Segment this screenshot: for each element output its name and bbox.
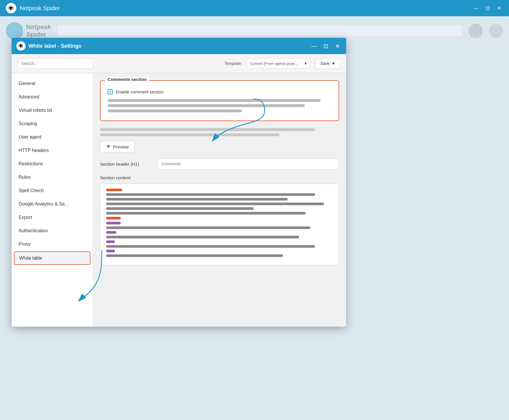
content-preview-lines [108, 99, 332, 112]
sidebar-item-google-analytics[interactable]: Google Analytics & Se... [12, 197, 93, 211]
bg-app-title: Netpeak Spider [20, 5, 60, 12]
modal-app-icon: 🕷 [16, 41, 26, 51]
text-editor[interactable] [100, 184, 339, 265]
modal-window-controls[interactable]: — ⊡ ✕ [310, 42, 341, 50]
editor-line-7 [106, 217, 121, 219]
sidebar-item-proxy[interactable]: Proxy [12, 238, 93, 251]
editor-line-4 [106, 203, 324, 205]
sidebar-item-scraping[interactable]: Scraping [12, 117, 93, 130]
save-label: Save [320, 61, 330, 66]
section-content-label: Section content: [100, 175, 339, 180]
editor-line-10 [106, 231, 116, 234]
editor-line-13 [106, 245, 315, 248]
bg-minimize-btn: — [472, 4, 480, 12]
section-header-input[interactable] [157, 158, 339, 169]
modal-minimize-btn[interactable]: — [310, 42, 318, 50]
editor-line-5 [106, 207, 254, 210]
template-dropdown[interactable]: Current (From opend proje... ▼ [247, 58, 311, 69]
sidebar-item-spell-check[interactable]: Spell Chech [12, 184, 93, 197]
sidebar-item-restrictions[interactable]: Restrictions [12, 157, 93, 171]
sidebar-item-virtual-robots[interactable]: Virtual robots.txt [12, 104, 93, 117]
sidebar-item-white-label-text: White lable [19, 256, 42, 260]
template-label: Template: [225, 61, 242, 66]
bg-maximize-btn: ⊡ [483, 4, 492, 12]
comments-section-box: Comments section Enable comment section [100, 80, 339, 121]
sidebar-item-http-headers[interactable]: HTTP headers [12, 144, 93, 157]
template-chevron-icon: ▼ [304, 61, 307, 66]
content-lines-area [100, 128, 339, 136]
bg-close-btn: ✕ [495, 4, 503, 12]
settings-modal: 🕷 White label - Settings — ⊡ ✕ Template:… [12, 38, 346, 327]
sidebar-item-authentication[interactable]: Authentication [12, 224, 93, 238]
editor-line-1 [106, 189, 122, 191]
modal-titlebar: 🕷 White label - Settings — ⊡ ✕ [12, 38, 346, 54]
section-header-label: Section header (H1) [100, 162, 152, 166]
editor-line-8 [106, 222, 121, 224]
section-header-row: Section header (H1) [100, 158, 339, 169]
enable-comment-section-row: Enable comment section [108, 89, 332, 94]
bg-app-icon: 🕷 [6, 3, 16, 13]
modal-maximize-btn[interactable]: ⊡ [322, 42, 330, 50]
sidebar-item-rules[interactable]: Rules [12, 171, 93, 184]
editor-line-15 [106, 254, 283, 257]
modal-toolbar: Template: Current (From opend proje... ▼… [12, 54, 346, 73]
editor-line-14 [106, 250, 115, 252]
bg-titlebar-controls: — ⊡ ✕ [472, 4, 503, 12]
comments-section-title: Comments section [105, 77, 149, 82]
enable-comment-label: Enable comment section [116, 89, 163, 94]
editor-line-11 [106, 236, 299, 238]
save-button[interactable]: Save ▼ [315, 58, 340, 69]
bg-logo: NetpeakSpider [6, 22, 51, 40]
modal-title: White label - Settings [29, 43, 81, 49]
main-content: Comments section Enable comment section [93, 73, 346, 327]
template-value: Current (From opend proje... [250, 61, 298, 66]
sidebar-item-user-agent[interactable]: User agent [12, 130, 93, 144]
search-input[interactable] [17, 58, 93, 69]
enable-comment-checkbox[interactable] [108, 89, 113, 94]
editor-line-3 [106, 198, 288, 201]
editor-line-12 [106, 240, 115, 243]
sidebar-item-general[interactable]: General [12, 77, 93, 90]
modal-body: General Advanced Virtual robots.txt Scra… [12, 73, 346, 327]
preview-label: Preview [113, 144, 129, 149]
editor-line-9 [106, 226, 310, 229]
bg-titlebar: 🕷 Netpeak Spider — ⊡ ✕ [0, 0, 509, 16]
preview-button[interactable]: 👁 Preview [100, 141, 135, 153]
editor-line-2 [106, 193, 315, 196]
sidebar-item-export[interactable]: Export [12, 211, 93, 224]
sidebar-item-advanced[interactable]: Advanced [12, 90, 93, 104]
sidebar-item-white-label[interactable]: White lable [14, 251, 90, 265]
preview-eye-icon: 👁 [106, 144, 111, 149]
modal-close-btn[interactable]: ✕ [333, 42, 341, 50]
editor-line-6 [106, 212, 306, 215]
sidebar: General Advanced Virtual robots.txt Scra… [12, 73, 93, 327]
save-chevron-icon: ▼ [331, 61, 335, 66]
